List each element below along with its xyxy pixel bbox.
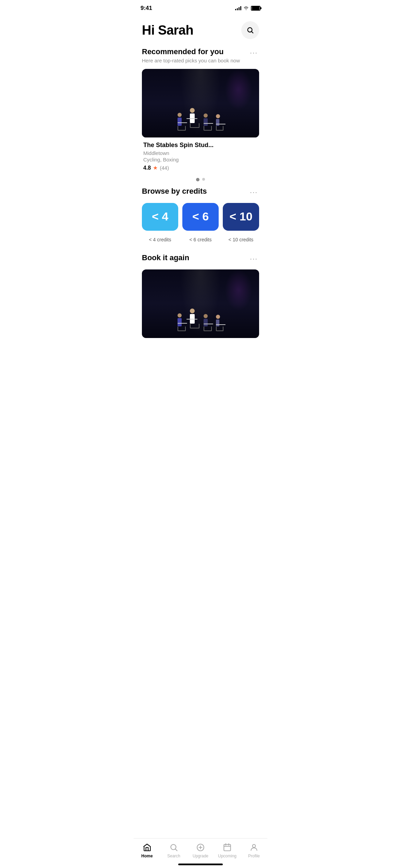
book-again-more-button[interactable]: ··· bbox=[248, 253, 259, 264]
battery-icon bbox=[251, 6, 260, 11]
recommended-subtitle: Here are top-rated picks you can book no… bbox=[142, 58, 240, 63]
credit-number-6: < 6 bbox=[192, 210, 209, 223]
credit-number-4: < 4 bbox=[152, 210, 168, 223]
main-content: Hi Sarah Recommended for you Here are to… bbox=[134, 14, 267, 376]
star-icon: ★ bbox=[153, 165, 158, 171]
status-time: 9:41 bbox=[141, 5, 152, 12]
credit-card-6[interactable]: < 6 bbox=[182, 203, 219, 231]
search-button[interactable] bbox=[241, 21, 259, 39]
credit-label-10: < 10 credits bbox=[223, 237, 259, 242]
credits-more-button[interactable]: ··· bbox=[248, 187, 259, 197]
carousel-dot-2[interactable] bbox=[202, 178, 205, 181]
carousel-dot-1[interactable] bbox=[196, 178, 199, 181]
rating-row: 4.8 ★ (44) bbox=[143, 165, 258, 171]
studio-name: The Stables Spin Stud... bbox=[143, 142, 258, 149]
greeting-text: Hi Sarah bbox=[142, 23, 193, 38]
recommended-header: Recommended for you Here are top-rated p… bbox=[142, 47, 259, 63]
search-icon bbox=[246, 26, 254, 34]
spin-scene bbox=[142, 69, 259, 137]
status-bar: 9:41 bbox=[134, 0, 267, 14]
book-again-card[interactable] bbox=[142, 269, 259, 338]
credit-label-4: < 4 credits bbox=[142, 237, 178, 242]
recommended-more-button[interactable]: ··· bbox=[248, 47, 259, 58]
studio-type: Cycling, Boxing bbox=[143, 157, 258, 162]
book-again-card-image bbox=[142, 269, 259, 338]
rating-number: 4.8 bbox=[143, 165, 151, 171]
book-again-section: Book it again ··· bbox=[142, 253, 259, 338]
book-again-title: Book it again bbox=[142, 253, 189, 262]
card-info: The Stables Spin Stud... Middletown Cycl… bbox=[142, 137, 259, 172]
credit-label-6: < 6 credits bbox=[182, 237, 219, 242]
credits-section: Browse by credits ··· < 4 < 6 < 10 < 4 c… bbox=[142, 187, 259, 242]
rating-count: (44) bbox=[160, 165, 169, 171]
card-image bbox=[142, 69, 259, 137]
carousel-dots bbox=[142, 178, 259, 181]
signal-icon bbox=[235, 6, 241, 10]
credits-header: Browse by credits ··· bbox=[142, 187, 259, 197]
status-icons bbox=[235, 6, 260, 11]
recommended-title: Recommended for you bbox=[142, 47, 240, 56]
book-again-header: Book it again ··· bbox=[142, 253, 259, 264]
credits-cards: < 4 < 6 < 10 bbox=[142, 203, 259, 231]
studio-location: Middletown bbox=[143, 150, 258, 156]
recommended-section: Recommended for you Here are top-rated p… bbox=[142, 47, 259, 181]
credit-card-4[interactable]: < 4 bbox=[142, 203, 178, 231]
book-again-scene bbox=[142, 269, 259, 338]
credits-title: Browse by credits bbox=[142, 187, 207, 196]
credit-number-10: < 10 bbox=[229, 210, 252, 223]
header-row: Hi Sarah bbox=[142, 21, 259, 39]
recommended-card[interactable]: The Stables Spin Stud... Middletown Cycl… bbox=[142, 69, 259, 172]
wifi-icon bbox=[243, 6, 249, 10]
credit-card-10[interactable]: < 10 bbox=[223, 203, 259, 231]
